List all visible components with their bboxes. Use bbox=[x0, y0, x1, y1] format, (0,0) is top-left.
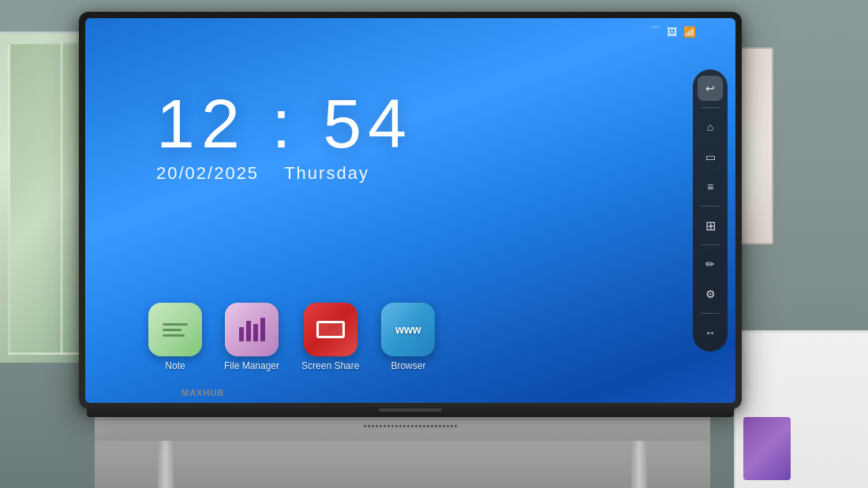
sidebar-divider-1 bbox=[701, 107, 720, 108]
note-line-1 bbox=[163, 323, 188, 326]
tv-bottom-bar bbox=[87, 403, 734, 417]
screenshare-app-label: Screen Share bbox=[301, 360, 359, 371]
home-button[interactable]: ⌂ bbox=[698, 114, 723, 140]
menu-button[interactable]: ≡ bbox=[698, 174, 723, 199]
date-display: 20/02/2025 Thursday bbox=[156, 163, 413, 184]
screenshare-icon-inner bbox=[316, 321, 345, 338]
browser-www-text: www bbox=[395, 323, 421, 336]
fm-bar-4 bbox=[260, 318, 265, 341]
note-app-label: Note bbox=[165, 360, 185, 371]
filemanager-icon-bars bbox=[239, 318, 265, 341]
note-icon-lines bbox=[155, 315, 196, 345]
time-section: 12 : 54 20/02/2025 Thursday bbox=[156, 89, 413, 184]
browser-app-label: Browser bbox=[391, 360, 425, 371]
shelf-right bbox=[734, 330, 868, 488]
speaker-grille bbox=[110, 417, 710, 434]
time-display: 12 : 54 bbox=[156, 89, 413, 158]
screenshare-rect bbox=[316, 321, 345, 338]
sidebar-divider-4 bbox=[701, 313, 720, 314]
date-text: 20/02/2025 bbox=[156, 163, 259, 183]
tv-bezel: ⌒ 🖼 📶 12 : 54 20/02/2025 Thursday bbox=[79, 12, 742, 409]
app-item-browser[interactable]: www Browser bbox=[381, 303, 435, 371]
tv-stand-leg-right bbox=[631, 441, 647, 488]
filemanager-app-label: File Manager bbox=[224, 360, 279, 371]
screenshare-app-icon[interactable] bbox=[304, 303, 357, 356]
brand-label: MAXHUB bbox=[181, 388, 224, 397]
note-line-2 bbox=[163, 329, 181, 331]
wifi-icon: 📶 bbox=[683, 26, 696, 38]
display-button[interactable]: ▭ bbox=[698, 144, 723, 169]
apps-grid-button[interactable]: ⊞ bbox=[698, 213, 723, 238]
app-icons-row: Note File Manager bbox=[148, 303, 435, 371]
right-sidebar: ↩ ⌂ ▭ ≡ ⊞ ✏ ⚙ ↔ bbox=[693, 69, 728, 352]
pen-button[interactable]: ✏ bbox=[698, 251, 723, 277]
fm-bar-1 bbox=[239, 327, 244, 341]
tv-stand-leg-left bbox=[158, 441, 174, 488]
browser-app-icon[interactable]: www bbox=[381, 303, 435, 356]
bluetooth-icon: ⌒ bbox=[650, 24, 660, 39]
input-button[interactable]: ↔ bbox=[698, 320, 723, 345]
sidebar-divider-2 bbox=[701, 206, 720, 207]
app-item-note[interactable]: Note bbox=[148, 303, 202, 371]
back-button[interactable]: ↩ bbox=[698, 76, 723, 101]
note-app-icon[interactable] bbox=[148, 303, 202, 356]
tv-screen[interactable]: ⌒ 🖼 📶 12 : 54 20/02/2025 Thursday bbox=[85, 18, 735, 403]
note-line-3 bbox=[163, 334, 185, 337]
day-text: Thursday bbox=[284, 163, 369, 183]
fm-bar-3 bbox=[253, 324, 258, 341]
app-item-filemanager[interactable]: File Manager bbox=[224, 303, 279, 371]
settings-button[interactable]: ⚙ bbox=[698, 281, 723, 307]
image-icon: 🖼 bbox=[667, 26, 677, 38]
status-bar: ⌒ 🖼 📶 bbox=[650, 24, 696, 39]
app-item-screenshare[interactable]: Screen Share bbox=[301, 303, 359, 371]
sidebar-divider-3 bbox=[701, 244, 720, 245]
filemanager-app-icon[interactable] bbox=[225, 303, 279, 356]
fm-bar-2 bbox=[246, 321, 251, 341]
